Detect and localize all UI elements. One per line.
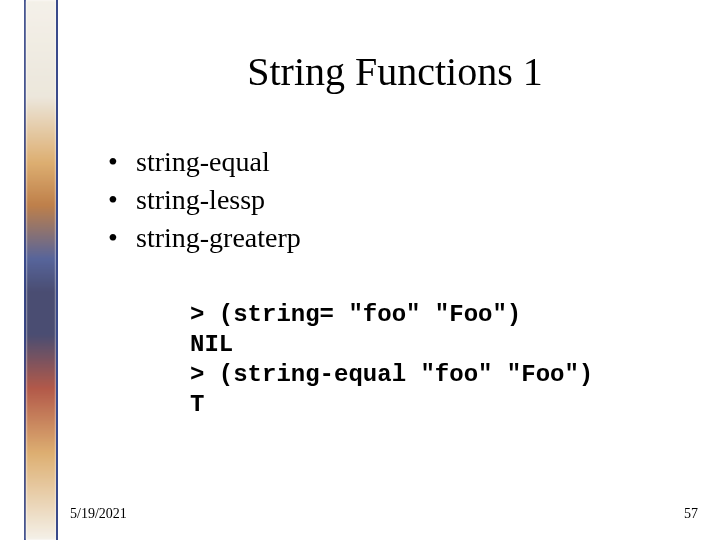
bullet-list: string-equal string-lessp string-greater… [108,143,720,256]
decorative-gradient [26,0,56,540]
code-line: > (string-equal "foo" "Foo") [190,361,593,388]
list-item: string-equal [108,143,720,181]
list-item: string-lessp [108,181,720,219]
decorative-line [56,0,58,540]
code-line: > (string= "foo" "Foo") [190,301,521,328]
bullet-text: string-equal [136,146,270,177]
list-item: string-greaterp [108,219,720,257]
bullet-text: string-greaterp [136,222,301,253]
slide-title: String Functions 1 [110,48,680,95]
slide-body: String Functions 1 string-equal string-l… [70,0,720,540]
decorative-sidebar [24,0,58,540]
code-line: NIL [190,331,233,358]
code-block: > (string= "foo" "Foo") NIL > (string-eq… [190,300,720,420]
bullet-text: string-lessp [136,184,265,215]
page-number: 57 [684,506,698,522]
code-line: T [190,391,204,418]
footer-date: 5/19/2021 [70,506,127,522]
